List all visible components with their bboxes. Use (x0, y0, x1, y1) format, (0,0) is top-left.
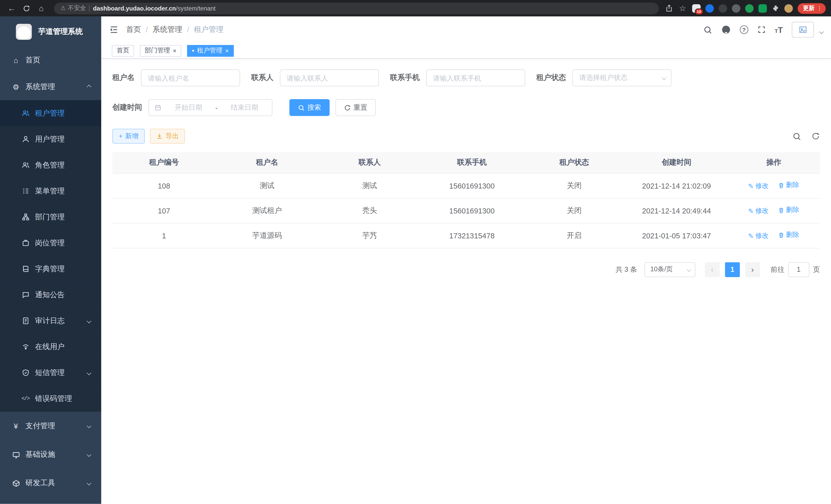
trash-icon (778, 232, 784, 238)
sidebar-item-error-code[interactable]: </> 错误码管理 (0, 386, 101, 412)
breadcrumb-home[interactable]: 首页 (126, 25, 141, 34)
fullscreen-icon[interactable] (757, 25, 766, 34)
monitor-icon (11, 451, 20, 458)
sidebar-item-notice[interactable]: 通知公告 (0, 282, 101, 308)
refresh-icon[interactable] (811, 132, 820, 141)
cell-actions: ✎修改 删除 (728, 173, 820, 198)
export-button[interactable]: 导出 (150, 129, 185, 144)
sidebar-item-label: 首页 (25, 56, 40, 65)
extension-icon[interactable] (705, 4, 714, 12)
sidebar-item-label: 字典管理 (35, 264, 65, 274)
cell-actions: ✎修改 删除 (728, 198, 820, 223)
date-range-picker[interactable]: 开始日期 - 结束日期 (148, 99, 273, 116)
delete-link[interactable]: 删除 (778, 231, 799, 240)
edit-link[interactable]: ✎修改 (748, 207, 769, 215)
cell-contact: 秃头 (319, 198, 421, 223)
sidebar-item-dev-tools[interactable]: 研发工具 (0, 469, 101, 497)
help-icon[interactable]: ? (740, 25, 748, 34)
sidebar-menu: ⌂ 首页 ⚙ 系统管理 租户管理 用户管理 (0, 47, 101, 498)
chevron-down-icon (87, 481, 91, 485)
prev-page-button[interactable]: ‹ (705, 262, 720, 277)
cell-mobile: 15601691300 (421, 173, 523, 198)
extension-icon[interactable] (745, 4, 754, 12)
bookmark-star-icon[interactable]: ☆ (678, 2, 687, 14)
status-select[interactable]: 请选择租户状态 (573, 69, 672, 86)
sidebar-item-dict[interactable]: 字典管理 (0, 256, 101, 282)
close-icon[interactable]: × (173, 48, 176, 54)
next-page-button[interactable]: › (745, 262, 760, 277)
page-size-select[interactable]: 10条/页 (644, 262, 695, 277)
share-icon[interactable] (665, 4, 673, 12)
toggle-search-icon[interactable] (792, 132, 801, 141)
edit-link[interactable]: ✎修改 (748, 232, 769, 240)
mobile-input[interactable] (426, 69, 525, 86)
page-number-button[interactable]: 1 (725, 262, 740, 277)
table-row: 108 测试 测试 15601691300 关闭 2021-12-14 21:0… (112, 173, 820, 198)
breadcrumb-system[interactable]: 系统管理 (153, 25, 182, 34)
sidebar-item-role[interactable]: 角色管理 (0, 152, 101, 178)
user-avatar[interactable] (792, 22, 814, 38)
security-indicator[interactable]: ⚠ 不安全 (60, 4, 86, 12)
sidebar-item-home[interactable]: ⌂ 首页 (0, 47, 101, 74)
page-size-value: 10条/页 (650, 265, 673, 274)
sidebar-item-pay[interactable]: ¥ 支付管理 (0, 412, 101, 440)
extension-icon[interactable] (719, 4, 727, 12)
sidebar-item-label: 短信管理 (35, 368, 65, 377)
contact-input[interactable] (280, 69, 379, 86)
goto-page-input[interactable] (788, 262, 809, 277)
sidebar-item-infra[interactable]: 基础设施 (0, 440, 101, 469)
tag-tenant[interactable]: ● 租户管理 × (187, 45, 234, 56)
avatar-dropdown-caret[interactable] (820, 26, 823, 35)
logo-image (16, 24, 32, 40)
cell-status: 关闭 (523, 198, 625, 223)
sidebar-item-sms[interactable]: 短信管理 (0, 360, 101, 386)
address-bar[interactable]: ⚠ 不安全 dashboard.yudao.iocoder.cn/system/… (54, 2, 659, 14)
sidebar-item-label: 菜单管理 (35, 186, 65, 196)
tenant-name-input[interactable] (141, 69, 240, 86)
sidebar-item-dept[interactable]: 部门管理 (0, 204, 101, 230)
reset-button[interactable]: 重置 (336, 99, 376, 116)
pencil-icon: ✎ (748, 232, 754, 240)
search-icon[interactable] (703, 25, 712, 34)
back-button[interactable]: ← (5, 2, 18, 14)
sidebar-item-user[interactable]: 用户管理 (0, 126, 101, 152)
chevron-down-icon (87, 319, 91, 323)
link-label: 删除 (786, 206, 799, 215)
cell-mobile: 17321315478 (421, 223, 523, 248)
sidebar-item-label: 基础设施 (25, 450, 55, 459)
extension-icon[interactable] (732, 4, 740, 12)
delete-link[interactable]: 删除 (778, 206, 799, 215)
home-button[interactable]: ⌂ (35, 2, 48, 14)
sidebar-item-online-user[interactable]: 在线用户 (0, 334, 101, 360)
extensions-puzzle-icon[interactable] (772, 4, 780, 12)
update-button[interactable]: 更新 ⋮ (798, 3, 826, 13)
add-button[interactable]: + 新增 (112, 129, 145, 144)
tag-dept[interactable]: 部门管理 × (140, 45, 181, 56)
fold-sidebar-icon[interactable] (109, 25, 119, 34)
profile-avatar[interactable] (784, 4, 793, 12)
close-icon[interactable]: × (225, 48, 229, 54)
font-size-icon[interactable]: TT (775, 25, 783, 34)
goto-label: 前往 (771, 265, 784, 274)
chevron-up-icon (87, 85, 91, 89)
extension-icon[interactable] (758, 4, 767, 12)
button-label: 导出 (166, 132, 179, 141)
edit-link[interactable]: ✎修改 (748, 182, 769, 190)
sidebar-item-audit-log[interactable]: 审计日志 (0, 308, 101, 334)
url-text[interactable]: dashboard.yudao.iocoder.cn/system/tenant (93, 5, 216, 11)
field-label: 租户状态 (536, 73, 572, 83)
sidebar-item-tenant[interactable]: 租户管理 (0, 100, 101, 126)
screen: ← ⌂ ⚠ 不安全 dashboard.yudao.iocoder.cn/sys… (0, 0, 831, 504)
tag-home[interactable]: 首页 (112, 45, 134, 56)
col-header: 租户状态 (523, 152, 625, 173)
app-logo[interactable]: 芋道管理系统 (0, 17, 101, 47)
sidebar-item-menu[interactable]: 菜单管理 (0, 178, 101, 204)
github-icon[interactable] (721, 25, 730, 34)
reload-button[interactable] (20, 2, 33, 14)
delete-link[interactable]: 删除 (778, 181, 799, 190)
extension-icon[interactable]: 10 (692, 4, 701, 12)
sidebar-item-system[interactable]: ⚙ 系统管理 (0, 74, 101, 100)
sidebar-item-post[interactable]: 岗位管理 (0, 230, 101, 256)
button-label: 重置 (353, 103, 368, 112)
search-button[interactable]: 搜索 (289, 99, 330, 116)
